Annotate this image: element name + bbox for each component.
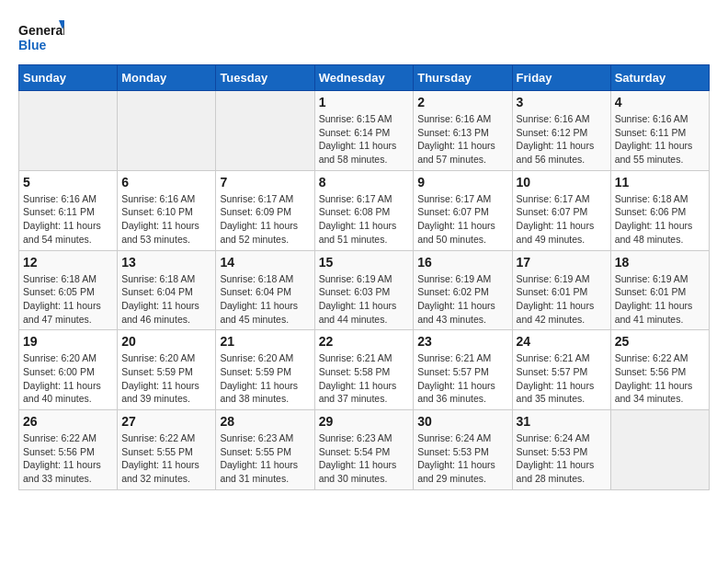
calendar-cell: 16Sunrise: 6:19 AM Sunset: 6:02 PM Dayli… (414, 250, 512, 330)
calendar-week-row: 1Sunrise: 6:15 AM Sunset: 6:14 PM Daylig… (19, 91, 710, 171)
day-number: 4 (615, 95, 705, 109)
day-info: Sunrise: 6:16 AM Sunset: 6:11 PM Dayligh… (23, 192, 113, 247)
day-number: 31 (517, 414, 607, 429)
calendar-cell: 19Sunrise: 6:20 AM Sunset: 6:00 PM Dayli… (19, 330, 118, 410)
calendar-cell: 28Sunrise: 6:23 AM Sunset: 5:55 PM Dayli… (216, 410, 314, 490)
calendar-cell: 14Sunrise: 6:18 AM Sunset: 6:04 PM Dayli… (216, 250, 314, 330)
day-number: 2 (417, 95, 507, 109)
calendar-cell: 25Sunrise: 6:22 AM Sunset: 5:56 PM Dayli… (610, 330, 709, 410)
day-info: Sunrise: 6:23 AM Sunset: 5:54 PM Dayligh… (319, 431, 410, 486)
calendar-week-row: 5Sunrise: 6:16 AM Sunset: 6:11 PM Daylig… (19, 170, 710, 250)
calendar-cell: 8Sunrise: 6:17 AM Sunset: 6:08 PM Daylig… (314, 170, 414, 250)
calendar-cell: 24Sunrise: 6:21 AM Sunset: 5:57 PM Dayli… (512, 330, 610, 410)
calendar-cell: 18Sunrise: 6:19 AM Sunset: 6:01 PM Dayli… (610, 250, 709, 330)
weekday-header: Wednesday (314, 65, 414, 91)
day-info: Sunrise: 6:18 AM Sunset: 6:05 PM Dayligh… (23, 272, 113, 327)
weekday-header: Sunday (19, 65, 118, 91)
weekday-header: Monday (118, 65, 216, 91)
day-number: 3 (517, 95, 607, 109)
calendar-cell: 29Sunrise: 6:23 AM Sunset: 5:54 PM Dayli… (314, 410, 414, 490)
day-info: Sunrise: 6:19 AM Sunset: 6:01 PM Dayligh… (615, 272, 705, 327)
page-header: General Blue (18, 18, 710, 55)
day-number: 10 (517, 175, 607, 190)
day-number: 5 (23, 175, 113, 190)
day-number: 25 (615, 334, 705, 349)
day-number: 24 (517, 334, 607, 349)
calendar-cell: 11Sunrise: 6:18 AM Sunset: 6:06 PM Dayli… (610, 170, 709, 250)
day-info: Sunrise: 6:18 AM Sunset: 6:04 PM Dayligh… (121, 272, 211, 327)
calendar: SundayMondayTuesdayWednesdayThursdayFrid… (18, 64, 710, 490)
calendar-cell: 30Sunrise: 6:24 AM Sunset: 5:53 PM Dayli… (414, 410, 512, 490)
day-number: 6 (121, 175, 211, 190)
logo-svg: General Blue (18, 18, 64, 55)
day-number: 11 (615, 175, 705, 190)
weekday-header: Friday (512, 65, 610, 91)
day-number: 1 (319, 95, 410, 109)
day-number: 23 (417, 334, 507, 349)
day-info: Sunrise: 6:18 AM Sunset: 6:04 PM Dayligh… (220, 272, 310, 327)
calendar-cell (216, 91, 314, 171)
day-info: Sunrise: 6:17 AM Sunset: 6:07 PM Dayligh… (517, 192, 607, 247)
calendar-body: 1Sunrise: 6:15 AM Sunset: 6:14 PM Daylig… (19, 91, 710, 490)
day-number: 19 (23, 334, 113, 349)
calendar-cell: 4Sunrise: 6:16 AM Sunset: 6:11 PM Daylig… (610, 91, 709, 171)
day-info: Sunrise: 6:22 AM Sunset: 5:56 PM Dayligh… (23, 431, 113, 486)
day-number: 26 (23, 414, 113, 429)
calendar-cell: 6Sunrise: 6:16 AM Sunset: 6:10 PM Daylig… (118, 170, 216, 250)
day-info: Sunrise: 6:16 AM Sunset: 6:13 PM Dayligh… (417, 112, 507, 167)
calendar-cell: 2Sunrise: 6:16 AM Sunset: 6:13 PM Daylig… (414, 91, 512, 171)
weekday-header: Thursday (414, 65, 512, 91)
calendar-cell: 1Sunrise: 6:15 AM Sunset: 6:14 PM Daylig… (314, 91, 414, 171)
calendar-cell: 13Sunrise: 6:18 AM Sunset: 6:04 PM Dayli… (118, 250, 216, 330)
calendar-cell: 22Sunrise: 6:21 AM Sunset: 5:58 PM Dayli… (314, 330, 414, 410)
day-number: 30 (417, 414, 507, 429)
day-number: 17 (517, 255, 607, 270)
calendar-cell: 20Sunrise: 6:20 AM Sunset: 5:59 PM Dayli… (118, 330, 216, 410)
day-number: 8 (319, 175, 410, 190)
calendar-week-row: 26Sunrise: 6:22 AM Sunset: 5:56 PM Dayli… (19, 410, 710, 490)
day-number: 12 (23, 255, 113, 270)
calendar-cell: 3Sunrise: 6:16 AM Sunset: 6:12 PM Daylig… (512, 91, 610, 171)
logo: General Blue (18, 18, 64, 55)
day-info: Sunrise: 6:23 AM Sunset: 5:55 PM Dayligh… (220, 431, 310, 486)
day-number: 22 (319, 334, 410, 349)
weekday-header: Saturday (610, 65, 709, 91)
calendar-cell: 21Sunrise: 6:20 AM Sunset: 5:59 PM Dayli… (216, 330, 314, 410)
day-info: Sunrise: 6:16 AM Sunset: 6:12 PM Dayligh… (517, 112, 607, 167)
day-number: 20 (121, 334, 211, 349)
day-number: 13 (121, 255, 211, 270)
day-info: Sunrise: 6:17 AM Sunset: 6:09 PM Dayligh… (220, 192, 310, 247)
day-info: Sunrise: 6:19 AM Sunset: 6:03 PM Dayligh… (319, 272, 410, 327)
calendar-cell: 17Sunrise: 6:19 AM Sunset: 6:01 PM Dayli… (512, 250, 610, 330)
day-number: 27 (121, 414, 211, 429)
svg-text:Blue: Blue (18, 38, 47, 52)
day-info: Sunrise: 6:19 AM Sunset: 6:01 PM Dayligh… (517, 272, 607, 327)
calendar-cell: 12Sunrise: 6:18 AM Sunset: 6:05 PM Dayli… (19, 250, 118, 330)
day-number: 9 (417, 175, 507, 190)
day-info: Sunrise: 6:21 AM Sunset: 5:58 PM Dayligh… (319, 351, 410, 406)
calendar-cell: 10Sunrise: 6:17 AM Sunset: 6:07 PM Dayli… (512, 170, 610, 250)
calendar-cell: 15Sunrise: 6:19 AM Sunset: 6:03 PM Dayli… (314, 250, 414, 330)
calendar-cell: 26Sunrise: 6:22 AM Sunset: 5:56 PM Dayli… (19, 410, 118, 490)
day-number: 21 (220, 334, 310, 349)
day-info: Sunrise: 6:22 AM Sunset: 5:56 PM Dayligh… (615, 351, 705, 406)
day-info: Sunrise: 6:21 AM Sunset: 5:57 PM Dayligh… (517, 351, 607, 406)
svg-text:General: General (18, 23, 64, 38)
calendar-cell: 9Sunrise: 6:17 AM Sunset: 6:07 PM Daylig… (414, 170, 512, 250)
day-number: 15 (319, 255, 410, 270)
day-number: 14 (220, 255, 310, 270)
weekday-header: Tuesday (216, 65, 314, 91)
calendar-cell: 5Sunrise: 6:16 AM Sunset: 6:11 PM Daylig… (19, 170, 118, 250)
day-info: Sunrise: 6:24 AM Sunset: 5:53 PM Dayligh… (517, 431, 607, 486)
day-number: 29 (319, 414, 410, 429)
day-info: Sunrise: 6:21 AM Sunset: 5:57 PM Dayligh… (417, 351, 507, 406)
calendar-cell (610, 410, 709, 490)
calendar-week-row: 19Sunrise: 6:20 AM Sunset: 6:00 PM Dayli… (19, 330, 710, 410)
day-info: Sunrise: 6:20 AM Sunset: 5:59 PM Dayligh… (220, 351, 310, 406)
calendar-cell: 7Sunrise: 6:17 AM Sunset: 6:09 PM Daylig… (216, 170, 314, 250)
calendar-cell (118, 91, 216, 171)
day-info: Sunrise: 6:16 AM Sunset: 6:10 PM Dayligh… (121, 192, 211, 247)
day-info: Sunrise: 6:20 AM Sunset: 5:59 PM Dayligh… (121, 351, 211, 406)
day-number: 7 (220, 175, 310, 190)
day-info: Sunrise: 6:15 AM Sunset: 6:14 PM Dayligh… (319, 112, 410, 167)
